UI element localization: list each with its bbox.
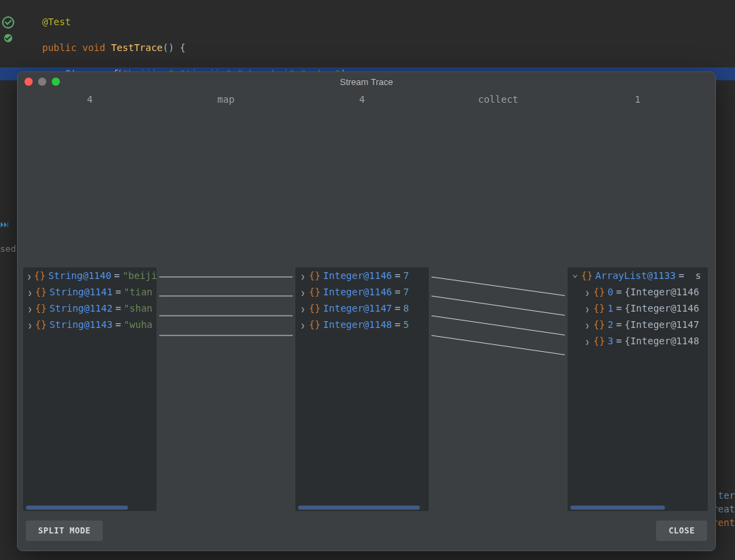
stream-item[interactable]: {}String@1141 = "tian — [23, 284, 157, 300]
chevron-right-icon[interactable] — [299, 270, 306, 281]
object-class: Integer@1146 — [323, 270, 392, 281]
chevron-down-icon[interactable] — [572, 270, 578, 281]
trace-columns: 4 map 4 collect 1 {}String@1140 = "beiji… — [22, 91, 711, 515]
svg-line-5 — [431, 296, 565, 316]
object-icon: {} — [593, 286, 605, 297]
code-fragment: ter — [718, 490, 735, 501]
object-icon: {} — [593, 303, 605, 314]
object-class: ArrayList@1133 — [595, 270, 676, 281]
chevron-right-icon[interactable] — [299, 319, 306, 330]
object-icon: {} — [35, 319, 47, 330]
chevron-right-icon[interactable] — [584, 319, 591, 330]
object-icon: {} — [309, 319, 321, 330]
scrollbar-thumb[interactable] — [570, 506, 665, 510]
column-header: 1 — [566, 91, 709, 267]
equals: = — [115, 303, 120, 314]
dialog-titlebar[interactable]: Stream Trace — [18, 72, 715, 91]
column-header: map — [158, 91, 294, 267]
chevron-right-icon[interactable] — [299, 303, 306, 314]
stream-item[interactable]: {}String@1143 = "wuha — [23, 316, 157, 333]
chevron-right-icon[interactable] — [27, 319, 33, 330]
equals: = — [616, 319, 621, 330]
method-name: TestTrace — [111, 42, 163, 53]
object-icon: {} — [309, 286, 321, 297]
list-index: 1 — [608, 303, 613, 314]
object-icon: {} — [35, 286, 47, 297]
string-value: "shan — [124, 303, 152, 314]
int-value: 5 — [403, 319, 408, 330]
svg-line-4 — [431, 277, 565, 296]
test-result-fragment: sed — [0, 244, 16, 254]
equals: = — [679, 270, 684, 281]
string-value: "beijing" — [122, 270, 157, 281]
collect-root[interactable]: {}ArrayList@1133 = s — [568, 267, 708, 284]
list-element[interactable]: {}1 = {Integer@1146 — [568, 300, 708, 316]
map-connector-panel — [159, 267, 293, 512]
int-value: 8 — [403, 303, 408, 314]
equals: = — [616, 303, 621, 314]
stream-item[interactable]: {}Integer@1146 = 7 — [295, 267, 429, 284]
chevron-right-icon[interactable] — [584, 303, 591, 314]
dialog-title: Stream Trace — [18, 77, 715, 87]
object-value: {Integer@1146 — [625, 286, 700, 297]
step-over-icon[interactable]: ⏭ — [0, 219, 9, 229]
stream-item[interactable]: {}Integer@1146 = 7 — [295, 284, 429, 300]
horizontal-scrollbar[interactable] — [26, 506, 154, 510]
list-index: 3 — [608, 335, 613, 346]
object-class: String@1141 — [50, 286, 113, 297]
connector-lines — [159, 267, 293, 512]
scrollbar-thumb[interactable] — [298, 506, 420, 510]
connector-lines — [431, 267, 565, 512]
collect-result-panel: {}ArrayList@1133 = s {}0 = {Integer@1146… — [568, 267, 708, 512]
object-value: {Integer@1147 — [625, 319, 700, 330]
chevron-right-icon[interactable] — [584, 335, 591, 346]
stream-item[interactable]: {}String@1140 = "beijing" — [23, 267, 157, 284]
chevron-right-icon[interactable] — [584, 286, 591, 297]
split-mode-button[interactable]: SPLIT MODE — [26, 521, 103, 541]
chevron-right-icon[interactable] — [299, 286, 306, 297]
object-icon: {} — [34, 270, 46, 281]
object-icon: {} — [309, 303, 321, 314]
chevron-right-icon[interactable] — [27, 303, 33, 314]
svg-line-7 — [431, 335, 565, 355]
horizontal-scrollbar[interactable] — [298, 506, 426, 510]
code-editor: @Test public void TestTrace() { Stream.o… — [0, 0, 735, 82]
stream-item[interactable]: {}Integer@1148 = 5 — [295, 316, 429, 333]
object-icon: {} — [309, 270, 321, 281]
object-class: String@1140 — [48, 270, 112, 281]
equals: = — [616, 286, 621, 297]
object-class: String@1143 — [50, 319, 113, 330]
string-value: "tian — [124, 286, 152, 297]
stream-item[interactable]: {}String@1142 = "shan — [23, 300, 157, 316]
list-index: 0 — [608, 286, 613, 297]
keyword: public — [42, 42, 77, 53]
list-element[interactable]: {}2 = {Integer@1147 — [568, 316, 708, 333]
equals: = — [115, 319, 120, 330]
run-test-icon[interactable] — [2, 16, 14, 29]
object-icon: {} — [35, 303, 47, 314]
object-icon: {} — [581, 270, 593, 281]
close-button[interactable]: CLOSE — [656, 521, 707, 541]
object-class: Integer@1146 — [323, 286, 392, 297]
test-passed-icon — [4, 34, 12, 42]
map-result-panel: {}Integer@1146 = 7 {}Integer@1146 = 7 {}… — [295, 267, 429, 512]
object-icon: {} — [593, 319, 605, 330]
column-header: collect — [430, 91, 566, 267]
scrollbar-thumb[interactable] — [26, 506, 128, 510]
equals: = — [616, 335, 621, 346]
equals: = — [114, 270, 120, 281]
string-value: "wuha — [124, 319, 152, 330]
object-class: String@1142 — [50, 303, 113, 314]
object-class: Integer@1148 — [323, 319, 392, 330]
horizontal-scrollbar[interactable] — [570, 506, 705, 510]
chevron-right-icon[interactable] — [27, 270, 31, 281]
stream-item[interactable]: {}Integer@1147 = 8 — [295, 300, 429, 316]
object-value: {Integer@1146 — [625, 303, 700, 314]
code-rest: () { — [163, 42, 186, 53]
equals: = — [395, 270, 400, 281]
list-element[interactable]: {}0 = {Integer@1146 — [568, 284, 708, 300]
list-element[interactable]: {}3 = {Integer@1148 — [568, 333, 708, 349]
column-header: 4 — [22, 91, 158, 267]
keyword: void — [82, 42, 105, 53]
chevron-right-icon[interactable] — [27, 286, 33, 297]
